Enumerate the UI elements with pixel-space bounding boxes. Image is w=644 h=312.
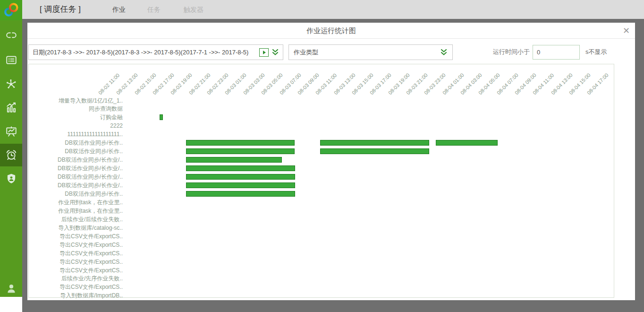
job-row-label: 导出CSV文件/ExportCS.. xyxy=(30,258,123,266)
job-row-label: 作业用到task，在作业里.. xyxy=(30,207,123,215)
job-row-label: 导出CSV文件/ExportCS.. xyxy=(30,233,123,240)
gantt-run-bar[interactable] xyxy=(160,114,163,120)
job-row-label: 导出CSV文件/ExportCS.. xyxy=(30,250,123,257)
gantt-chart-layer: 08-02 11:0008-02 13:0008-02 15:0008-02 1… xyxy=(0,0,644,312)
job-row-label: 订购金融 xyxy=(30,113,123,121)
gantt-run-bar[interactable] xyxy=(186,157,282,163)
gantt-run-bar[interactable] xyxy=(320,148,429,154)
job-row-label: 2222 xyxy=(30,122,123,130)
gantt-run-bar[interactable] xyxy=(186,165,295,171)
job-row-label: 后续作业/后续作业失败.. xyxy=(30,216,123,223)
gantt-run-bar[interactable] xyxy=(436,140,498,146)
gantt-run-bar[interactable] xyxy=(186,182,295,188)
job-row-label: DB双活作业同步/长作业/.. xyxy=(30,173,123,181)
job-row-label: DB双活作业同步/长作业/.. xyxy=(30,165,123,172)
job-row-label: 同步查询数据 xyxy=(30,105,123,113)
gantt-run-bar[interactable] xyxy=(186,140,295,146)
job-row-label: DB双活作业同步/长作业/.. xyxy=(30,182,123,189)
job-row-label: DB双活作业同步/长作.. xyxy=(30,190,123,198)
gantt-run-bar[interactable] xyxy=(320,140,429,146)
job-row-label: DB双活作业同步/长作.. xyxy=(30,139,123,147)
job-row-label: 后续作业/先序作业失败.. xyxy=(30,275,123,282)
gantt-run-bar[interactable] xyxy=(186,148,295,154)
job-row-label: 导入到数据库/ImportDB.. xyxy=(30,292,123,299)
job-row-label: DB双活作业同步/长作.. xyxy=(30,147,123,155)
job-row-label: DB双活作业同步/长作业/.. xyxy=(30,156,123,164)
job-row-label: 导入到数据库/catalog-sc.. xyxy=(30,224,123,232)
gantt-run-bar[interactable] xyxy=(186,191,295,197)
gantt-run-bar[interactable] xyxy=(186,174,295,180)
job-row-label: 1111111111111111111.. xyxy=(30,130,123,138)
job-row-label: 作业用到task，在作业里.. xyxy=(30,199,123,206)
job-row-label: 增量导入数据/1亿/1亿_1.. xyxy=(30,97,123,104)
job-row-label: 导出CSV文件/ExportCS.. xyxy=(30,283,123,291)
job-row-label: 导出CSV文件/ExportCS.. xyxy=(30,241,123,249)
job-row-label: 导出CSV文件/ExportCS.. xyxy=(30,267,123,274)
